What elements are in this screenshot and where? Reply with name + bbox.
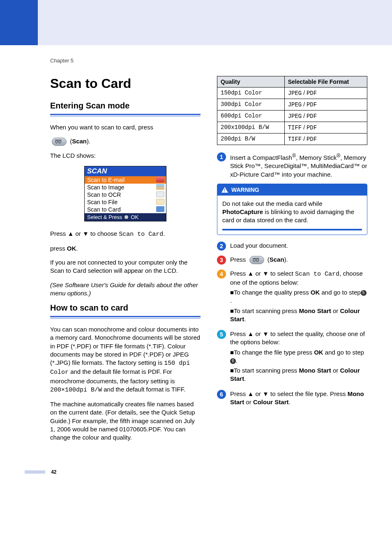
- step-4: 4 Press ▲ or ▼ to select Scan to Card, c…: [217, 269, 367, 325]
- howto-para-1: You can scan monochrome and colour docum…: [50, 325, 201, 394]
- heading-entering-scan-mode: Entering Scan mode: [50, 101, 201, 111]
- email-icon: [156, 177, 164, 182]
- card-icon: [156, 206, 164, 212]
- lcd-item-4: Scan to Card: [87, 206, 121, 213]
- list-item: To start scanning press Mono Start or Co…: [230, 307, 367, 324]
- step-ref-6-icon: 6: [230, 358, 236, 364]
- lcd-footer: Select & Press OK: [85, 213, 166, 221]
- chapter-label: Chapter 5: [50, 58, 392, 64]
- lcd-item-0: Scan to E-mail: [87, 177, 125, 183]
- heading-how-to-scan: How to scan to card: [50, 303, 201, 313]
- format-table: Quality Selectable File Format 150dpi Co…: [217, 76, 367, 145]
- step-badge-3: 3: [217, 256, 226, 265]
- step-badge-2: 2: [217, 242, 226, 251]
- warning-separator: [222, 229, 362, 230]
- header-light-block: [38, 0, 392, 45]
- th-format: Selectable File Format: [284, 76, 367, 88]
- step-badge-1: 1: [217, 152, 226, 161]
- scan-icon: [249, 256, 264, 264]
- step-ref-5-icon: 5: [361, 290, 367, 296]
- heading-rule: [50, 114, 201, 117]
- table-row: 300dpi ColorJPEG / PDF: [217, 99, 367, 111]
- warning-header: WARNING: [217, 184, 367, 196]
- howto-para-2: The machine automatically creates file n…: [50, 400, 201, 442]
- lcd-dot-icon: [125, 215, 128, 219]
- step-5: 5 Press ▲ or ▼ to select the quality, ch…: [217, 330, 367, 385]
- code-scan-to-card: Scan to Card: [119, 231, 163, 238]
- list-item: To change the quality press OK and go to…: [230, 288, 367, 305]
- warning-body: Do not take out the media card while Pho…: [217, 196, 367, 235]
- scan-label: Scan: [72, 138, 87, 145]
- lcd-item-1: Scan to Image: [87, 184, 124, 191]
- table-row: 150dpi ColorJPEG / PDF: [217, 88, 367, 99]
- note-not-connected: If you are not connected to your compute…: [50, 258, 201, 275]
- left-column: Scan to Card Entering Scan mode When you…: [50, 76, 201, 447]
- step-badge-4: 4: [217, 269, 226, 279]
- right-column: Quality Selectable File Format 150dpi Co…: [217, 76, 367, 447]
- scan-icon: [52, 138, 67, 146]
- th-quality: Quality: [217, 76, 285, 88]
- step-6: 6 Press ▲ or ▼ to select the file type. …: [217, 390, 367, 407]
- step-2: 2 Load your document.: [217, 242, 367, 251]
- table-row: 200dpi B/WTIFF / PDF: [217, 134, 367, 145]
- ocr-icon: [156, 191, 164, 197]
- step-badge-6: 6: [217, 390, 226, 399]
- file-icon: [156, 199, 164, 205]
- warning-icon: [221, 187, 228, 193]
- warning-title: WARNING: [231, 187, 259, 193]
- page-number: 42: [51, 469, 56, 475]
- lcd-item-highlight: Scan to E-mail: [85, 176, 166, 184]
- header-band: [0, 0, 392, 45]
- step-badge-5: 5: [217, 330, 226, 339]
- see-software-guide: (See Software User's Guide for details a…: [50, 281, 201, 298]
- image-icon: [156, 184, 164, 190]
- table-row: 600dpi ColorJPEG / PDF: [217, 111, 367, 122]
- lcd-item-2: Scan to OCR: [87, 191, 121, 198]
- press-ok-line: press OK.: [50, 244, 201, 253]
- scan-button-line: (Scan).: [50, 137, 201, 146]
- list-item: To start scanning press Mono Start or Co…: [230, 366, 367, 383]
- page-number-area: 42: [25, 468, 392, 475]
- table-row: 200x100dpi B/WTIFF / PDF: [217, 122, 367, 134]
- intro-text-2: The LCD shows:: [50, 152, 201, 160]
- lcd-foot-text: Select & Press: [87, 214, 122, 220]
- page-number-bar: [25, 470, 45, 474]
- list-item: To change the file type press OK and go …: [230, 348, 367, 365]
- press-arrows-line: Press ▲ or ▼ to choose Scan to Card.: [50, 230, 201, 239]
- heading-rule-2: [50, 316, 201, 319]
- header-blue-block: [0, 0, 38, 45]
- page-title: Scan to Card: [50, 76, 201, 91]
- step-1: 1 Insert a CompactFlash®, Memory Stick®,…: [217, 152, 367, 179]
- lcd-foot-ok: OK: [131, 214, 138, 220]
- lcd-mock: SCAN Scan to E-mail Scan to Image Scan t…: [84, 166, 166, 221]
- lcd-item-3: Scan to File: [87, 199, 118, 205]
- warning-box: WARNING Do not take out the media card w…: [217, 184, 367, 235]
- lcd-title: SCAN: [85, 166, 166, 176]
- intro-text-1: When you want to scan to card, press: [50, 123, 201, 131]
- step-3: 3 Press (Scan).: [217, 256, 367, 265]
